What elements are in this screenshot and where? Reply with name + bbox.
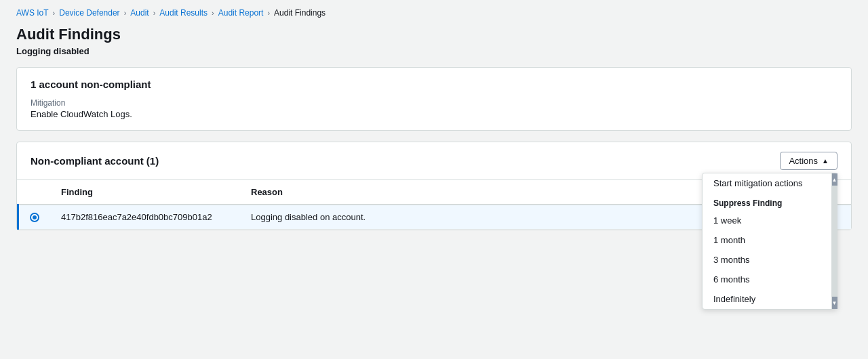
scrollbar-track xyxy=(832,186,837,297)
breadcrumb-sep-2: › xyxy=(124,9,127,17)
col-header-reason: Reason xyxy=(240,180,715,205)
main-content: 1 account non-compliant Mitigation Enabl… xyxy=(0,67,868,230)
row-reason: Logging disabled on account. xyxy=(240,205,715,230)
breadcrumb-sep-4: › xyxy=(212,9,214,17)
scrollbar-up-icon[interactable]: ▲ xyxy=(832,173,837,186)
section-header: Non-compliant account (1) Actions ▲ Star… xyxy=(17,142,851,180)
dropdown-1-month[interactable]: 1 month xyxy=(703,230,837,250)
breadcrumb-audit-results[interactable]: Audit Results xyxy=(159,8,208,18)
mitigation-label: Mitigation xyxy=(31,98,837,108)
row-finding: 417b2f816eac7a2e40fdb0bc709b01a2 xyxy=(50,205,240,230)
dropdown-scrollbar: ▲ ▼ xyxy=(831,173,837,309)
dropdown-start-mitigation[interactable]: Start mitigation actions xyxy=(703,173,837,193)
breadcrumb-aws-iot[interactable]: AWS IoT xyxy=(16,8,49,18)
page-title: Audit Findings xyxy=(16,26,852,43)
radio-selected-icon[interactable] xyxy=(30,213,39,222)
summary-card: 1 account non-compliant Mitigation Enabl… xyxy=(16,67,852,131)
col-header-check xyxy=(18,180,51,205)
page-subtitle: Logging disabled xyxy=(16,46,852,56)
actions-dropdown: Start mitigation actions Suppress Findin… xyxy=(702,173,837,310)
actions-arrow-icon: ▲ xyxy=(822,157,829,165)
scrollbar-down-icon[interactable]: ▼ xyxy=(832,297,837,309)
breadcrumb-current: Audit Findings xyxy=(274,8,326,18)
col-header-finding: Finding xyxy=(50,180,240,205)
actions-wrapper: Actions ▲ Start mitigation actions Suppr… xyxy=(780,152,837,170)
breadcrumb: AWS IoT › Device Defender › Audit › Audi… xyxy=(0,0,868,23)
breadcrumb-sep-5: › xyxy=(267,9,270,17)
summary-title: 1 account non-compliant xyxy=(31,79,837,90)
dropdown-indefinitely[interactable]: Indefinitely xyxy=(703,289,837,309)
breadcrumb-audit-report[interactable]: Audit Report xyxy=(218,8,264,18)
mitigation-value: Enable CloudWatch Logs. xyxy=(31,109,837,119)
dropdown-suppress-label: Suppress Finding xyxy=(703,193,837,211)
section-title: Non-compliant account (1) xyxy=(31,155,159,167)
breadcrumb-audit[interactable]: Audit xyxy=(130,8,149,18)
breadcrumb-device-defender[interactable]: Device Defender xyxy=(59,8,119,18)
breadcrumb-sep-3: › xyxy=(153,9,156,17)
dropdown-1-week[interactable]: 1 week xyxy=(703,211,837,230)
table-section-card: Non-compliant account (1) Actions ▲ Star… xyxy=(16,142,852,230)
actions-button[interactable]: Actions ▲ xyxy=(780,152,837,170)
actions-label: Actions xyxy=(789,156,818,166)
breadcrumb-sep-1: › xyxy=(53,9,56,17)
row-radio-cell xyxy=(18,205,51,230)
dropdown-6-months[interactable]: 6 months xyxy=(703,270,837,289)
dropdown-3-months[interactable]: 3 months xyxy=(703,250,837,270)
page-header: Audit Findings Logging disabled xyxy=(0,23,868,67)
